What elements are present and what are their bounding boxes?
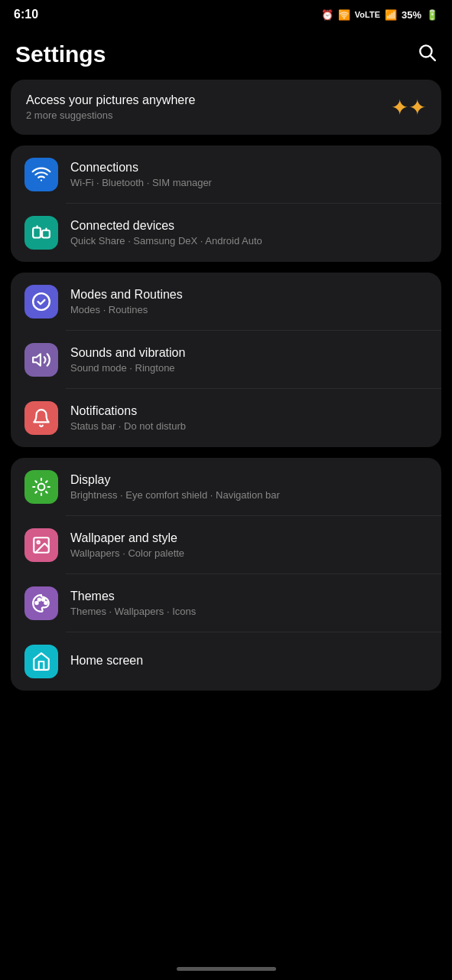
notifications-text: Notifications Status bar · Do not distur… (70, 404, 428, 432)
sidebar-item-connected-devices[interactable]: Connected devices Quick Share · Samsung … (11, 204, 441, 262)
svg-marker-5 (33, 354, 41, 365)
display-text: Display Brightness · Eye comfort shield … (70, 473, 428, 501)
connected-devices-icon (24, 216, 58, 250)
svg-point-6 (38, 484, 45, 491)
lte-icon: VoLTE (355, 10, 380, 19)
suggestion-subtitle: 2 more suggestions (26, 109, 195, 121)
themes-title: Themes (70, 590, 428, 603)
themes-subtitle: Themes · Wallpapers · Icons (70, 606, 428, 617)
page-title: Settings (15, 41, 106, 67)
modes-title: Modes and Routines (70, 288, 428, 302)
sounds-text: Sounds and vibration Sound mode · Ringto… (70, 346, 428, 374)
display-icon (24, 470, 58, 504)
suggestion-text: Access your pictures anywhere 2 more sug… (26, 93, 195, 121)
connections-text: Connections Wi-Fi · Bluetooth · SIM mana… (70, 161, 428, 188)
svg-point-11 (42, 599, 44, 601)
wallpaper-icon (24, 528, 58, 562)
battery-level: 35% (402, 9, 421, 21)
notifications-title: Notifications (70, 404, 428, 418)
themes-text: Themes Themes · Wallpapers · Icons (70, 590, 428, 617)
connections-subtitle: Wi-Fi · Bluetooth · SIM manager (70, 177, 428, 188)
home-screen-text: Home screen (70, 654, 428, 670)
sidebar-item-themes[interactable]: Themes Themes · Wallpapers · Icons (11, 574, 441, 632)
connections-icon (24, 158, 58, 191)
sidebar-item-sounds[interactable]: Sounds and vibration Sound mode · Ringto… (11, 331, 441, 389)
svg-line-1 (431, 56, 435, 60)
svg-point-12 (44, 602, 47, 604)
svg-rect-3 (42, 230, 50, 238)
wallpaper-title: Wallpaper and style (70, 531, 428, 545)
modes-subtitle: Modes · Routines (70, 304, 428, 315)
themes-icon (24, 586, 58, 620)
connections-title: Connections (70, 161, 428, 175)
svg-point-10 (38, 599, 41, 601)
display-subtitle: Brightness · Eye comfort shield · Naviga… (70, 489, 428, 501)
home-screen-icon (24, 645, 58, 678)
sounds-subtitle: Sound mode · Ringtone (70, 362, 428, 374)
connections-section: Connections Wi-Fi · Bluetooth · SIM mana… (11, 145, 441, 262)
sidebar-item-connections[interactable]: Connections Wi-Fi · Bluetooth · SIM mana… (11, 145, 441, 204)
sidebar-item-modes[interactable]: Modes and Routines Modes · Routines (11, 273, 441, 331)
sidebar-item-home-screen[interactable]: Home screen (11, 632, 441, 691)
status-icons: ⏰ 🛜 VoLTE 📶 35% 🔋 (321, 9, 438, 21)
modes-section: Modes and Routines Modes · Routines Soun… (11, 273, 441, 447)
signal-icon: 📶 (385, 9, 397, 21)
sparkle-icon: ✦✦ (391, 95, 426, 120)
modes-icon (24, 285, 58, 318)
battery-icon: 🔋 (426, 9, 438, 21)
wallpaper-subtitle: Wallpapers · Color palette (70, 547, 428, 559)
suggestion-title: Access your pictures anywhere (26, 93, 195, 107)
header: Settings (0, 26, 452, 80)
svg-point-9 (35, 602, 37, 604)
status-bar: 6:10 ⏰ 🛜 VoLTE 📶 35% 🔋 (0, 0, 452, 26)
notifications-icon (24, 401, 58, 435)
connected-devices-title: Connected devices (70, 219, 428, 233)
svg-point-4 (33, 293, 50, 310)
sidebar-item-notifications[interactable]: Notifications Status bar · Do not distur… (11, 389, 441, 447)
sounds-icon (24, 343, 58, 377)
wallpaper-text: Wallpaper and style Wallpapers · Color p… (70, 531, 428, 559)
status-time: 6:10 (14, 8, 38, 21)
svg-point-8 (37, 541, 40, 544)
alarm-icon: ⏰ (321, 9, 333, 21)
search-icon[interactable] (417, 42, 437, 67)
notifications-subtitle: Status bar · Do not disturb (70, 420, 428, 432)
sidebar-item-wallpaper[interactable]: Wallpaper and style Wallpapers · Color p… (11, 516, 441, 574)
sidebar-item-display[interactable]: Display Brightness · Eye comfort shield … (11, 458, 441, 516)
home-screen-title: Home screen (70, 654, 428, 668)
display-title: Display (70, 473, 428, 487)
wifi-icon: 🛜 (338, 9, 350, 21)
suggestion-banner[interactable]: Access your pictures anywhere 2 more sug… (11, 80, 441, 135)
connected-devices-text: Connected devices Quick Share · Samsung … (70, 219, 428, 247)
display-section: Display Brightness · Eye comfort shield … (11, 458, 441, 691)
bottom-nav-indicator (177, 967, 276, 971)
connected-devices-subtitle: Quick Share · Samsung DeX · Android Auto (70, 235, 428, 247)
svg-rect-2 (33, 228, 41, 238)
sounds-title: Sounds and vibration (70, 346, 428, 360)
modes-text: Modes and Routines Modes · Routines (70, 288, 428, 315)
